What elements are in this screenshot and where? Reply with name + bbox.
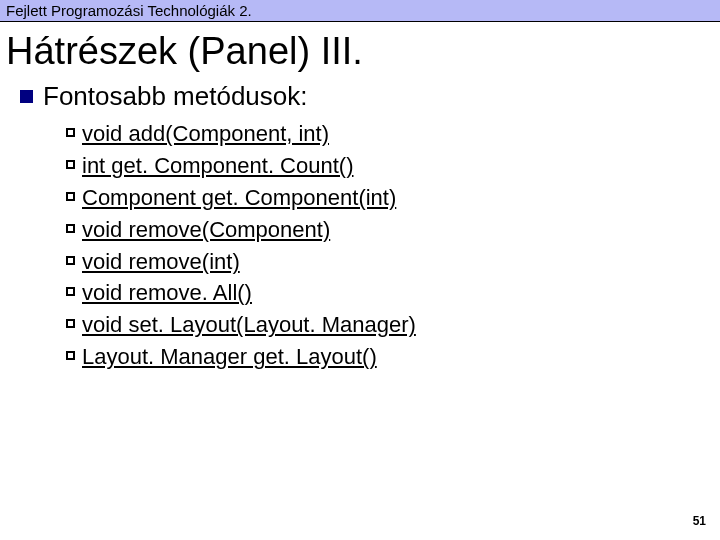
open-square-icon [66,128,75,137]
method-text: void set. Layout(Layout. Manager) [82,309,416,341]
page-title: Hátrészek (Panel) III. [0,22,720,75]
slide: Fejlett Programozási Technológiák 2. Hát… [0,0,720,540]
open-square-icon [66,319,75,328]
open-square-icon [66,351,75,360]
list-item: int get. Component. Count() [66,150,720,182]
page-number: 51 [693,514,706,528]
subheading-text: Fontosabb metódusok: [43,81,308,112]
list-item: void set. Layout(Layout. Manager) [66,309,720,341]
square-bullet-icon [20,90,33,103]
method-text: Layout. Manager get. Layout() [82,341,377,373]
method-text: Component get. Component(int) [82,182,396,214]
list-item: void remove. All() [66,277,720,309]
open-square-icon [66,192,75,201]
method-text: void remove. All() [82,277,252,309]
list-item: Component get. Component(int) [66,182,720,214]
method-text: void remove(Component) [82,214,330,246]
open-square-icon [66,287,75,296]
open-square-icon [66,224,75,233]
open-square-icon [66,160,75,169]
method-text: void add(Component, int) [82,118,329,150]
list-item: void remove(int) [66,246,720,278]
header-bar: Fejlett Programozási Technológiák 2. [0,0,720,22]
slide-body: Fontosabb metódusok: void add(Component,… [0,75,720,373]
method-list: void add(Component, int) int get. Compon… [20,116,720,373]
method-text: int get. Component. Count() [82,150,353,182]
subheading-row: Fontosabb metódusok: [20,81,720,112]
method-text: void remove(int) [82,246,240,278]
list-item: void add(Component, int) [66,118,720,150]
open-square-icon [66,256,75,265]
list-item: Layout. Manager get. Layout() [66,341,720,373]
header-text: Fejlett Programozási Technológiák 2. [6,2,252,19]
list-item: void remove(Component) [66,214,720,246]
